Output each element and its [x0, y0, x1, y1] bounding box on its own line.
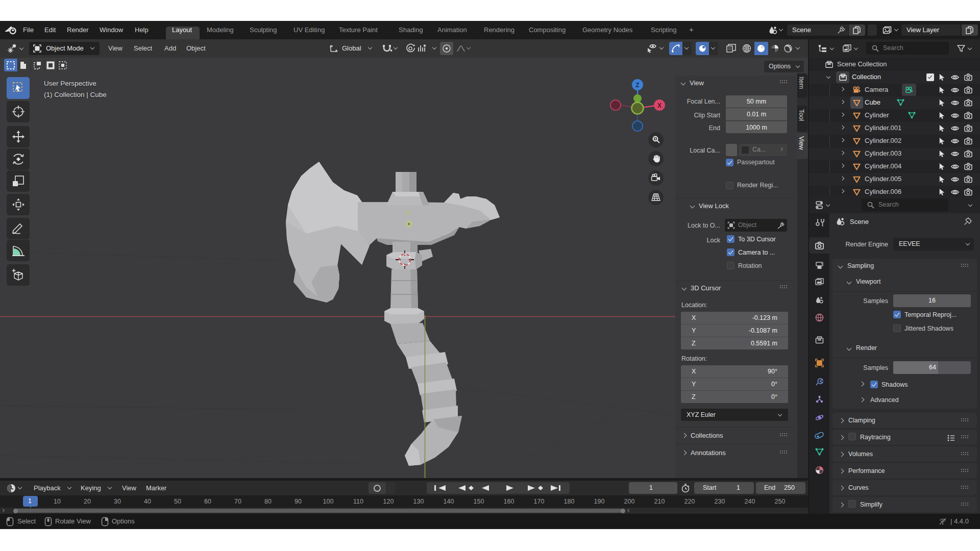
- svg-text:X: X: [657, 102, 662, 109]
- svg-text:Z: Z: [635, 82, 639, 89]
